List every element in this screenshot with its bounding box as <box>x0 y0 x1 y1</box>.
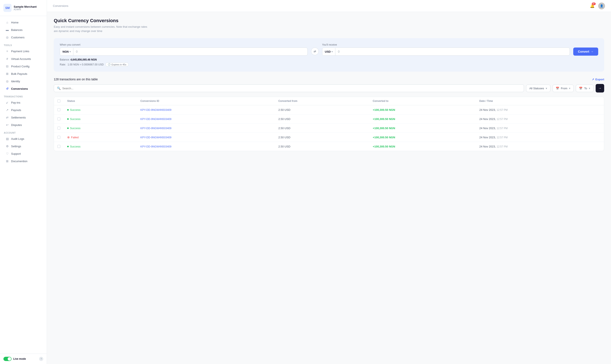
sidebar-item-virtual-accounts-label: Virtual Accounts <box>11 57 31 61</box>
sidebar-footer: Live mode ? <box>0 353 47 364</box>
from-currency-select[interactable]: NGN ▾ <box>60 48 73 55</box>
row-converted-to-4: +100,300.50 NGN <box>369 142 476 151</box>
row-checkbox-1[interactable] <box>57 117 60 120</box>
table-count: 128 transactions are on this table <box>54 78 98 81</box>
row-checkbox-2[interactable] <box>57 127 60 130</box>
sidebar-item-virtual-accounts[interactable]: # Virtual Accounts <box>2 55 45 63</box>
to-date-chevron: ▾ <box>589 87 590 90</box>
filter-go-button[interactable]: → <box>596 84 604 92</box>
sidebar-item-audit-logs[interactable]: ▤ Audit Logs <box>2 135 45 142</box>
conv-id-link-4[interactable]: KPY-DD-9NGW4N503409 <box>140 145 171 148</box>
conversion-card: When you convert NGN ▾ ⇄ You'll receive <box>54 38 604 72</box>
row-datetime-1: 24 Nov 2023,12:57 PM <box>476 115 604 124</box>
sidebar-item-balances[interactable]: ▬ Balances <box>2 26 45 33</box>
export-button[interactable]: ↗ Export <box>592 78 604 81</box>
conv-id-link-0[interactable]: KPY-DD-9NGW4N503409 <box>140 108 171 111</box>
audit-logs-icon: ▤ <box>6 137 9 141</box>
topbar: Conversions 🔔 9+ 👤 <box>47 0 611 12</box>
topbar-actions: 🔔 9+ 👤 <box>589 2 605 9</box>
status-label-0: Success <box>70 108 81 111</box>
row-checkbox-3[interactable] <box>57 136 60 139</box>
sidebar-item-pay-ins-label: Pay-ins <box>11 101 20 104</box>
sidebar-item-customers-label: Customers <box>11 36 25 39</box>
status-filter[interactable]: All Statuses ▾ <box>526 85 550 92</box>
sidebar-item-product-config-label: Product Config <box>11 65 29 68</box>
sidebar-item-conversions[interactable]: ↺ Conversions <box>2 85 45 92</box>
help-icon[interactable]: ? <box>39 357 43 361</box>
status-filter-label: All Statuses <box>529 87 544 90</box>
calendar-from-icon: 📅 <box>556 87 559 90</box>
row-conv-id-1: KPY-DD-9NGW4N503409 <box>137 115 275 124</box>
notification-badge: 9+ <box>592 2 596 5</box>
sidebar-section-tools: TOOLS <box>0 41 47 47</box>
product-config-icon: ⊟ <box>6 65 9 68</box>
status-dot-3: ⊗ Failed <box>67 136 79 139</box>
sidebar-item-identity[interactable]: ◎ Identity <box>2 78 45 85</box>
filters-row: 🔍 All Statuses ▾ 📅 From ▾ 📅 To ▾ → <box>54 84 604 92</box>
to-amount-input[interactable] <box>335 48 570 55</box>
sidebar-item-payment-links[interactable]: ⌗ Payment Links <box>2 48 45 55</box>
from-date-chevron: ▾ <box>569 87 570 90</box>
status-label-3: Failed <box>71 136 79 139</box>
to-currency-select[interactable]: USD ▾ <box>322 48 335 55</box>
success-dot <box>67 128 69 129</box>
col-conv-id: Conversions ID <box>137 97 275 105</box>
status-dot-4: Success <box>67 145 81 148</box>
table-row: Success KPY-DD-9NGW4N503409 2.50 USD +10… <box>54 115 604 124</box>
table-row: Success KPY-DD-9NGW4N503409 2.50 USD +10… <box>54 142 604 151</box>
from-currency-code: NGN <box>63 50 69 53</box>
user-avatar[interactable]: 👤 <box>598 2 605 9</box>
sidebar-item-settlements[interactable]: ⇄ Settlements <box>2 114 45 121</box>
to-currency-code: USD <box>325 50 331 53</box>
transactions-table: Status Conversions ID Converted from Con… <box>54 97 604 151</box>
documentation-icon: ⊞ <box>6 159 9 163</box>
col-converted-to: Converted to <box>369 97 476 105</box>
sidebar-item-disputes[interactable]: ↩ Disputes <box>2 121 45 129</box>
success-dot <box>67 118 69 120</box>
conv-id-link-3[interactable]: KPY-DD-9NGW4N503409 <box>140 136 171 139</box>
sidebar-section-account: ACCOUNT <box>0 129 47 135</box>
row-conv-id-3: KPY-DD-9NGW4N503409 <box>137 133 275 142</box>
row-checkbox-0[interactable] <box>57 108 60 111</box>
sidebar-item-documentation[interactable]: ⊞ Documention <box>2 157 45 165</box>
notification-bell[interactable]: 🔔 9+ <box>589 2 596 9</box>
convert-button[interactable]: Convert → <box>573 48 598 56</box>
swap-button[interactable]: ⇄ <box>311 48 319 55</box>
sidebar-merchant-name: Sample Merchant <box>14 5 37 8</box>
sidebar-item-product-config[interactable]: ⊟ Product Config <box>2 63 45 70</box>
page-content-area: Quick Currency Conversions Easy and inst… <box>47 12 611 364</box>
sidebar-item-support[interactable]: ♡ Support <box>2 150 45 157</box>
topbar-title: Conversions <box>53 4 68 7</box>
sidebar-item-settings[interactable]: ⚙ Settings <box>2 143 45 150</box>
row-datetime-4: 24 Nov 2023,12:57 PM <box>476 142 604 151</box>
page-subtitle: Easy and instant conversions between cur… <box>54 25 604 33</box>
conv-id-link-2[interactable]: KPY-DD-9NGW4N503409 <box>140 127 171 130</box>
sidebar-item-customers[interactable]: ◎ Customers <box>2 34 45 41</box>
table-header-row: Status Conversions ID Converted from Con… <box>54 97 604 105</box>
sidebar: SM Sample Merchant ADMIN ⌂ Home ▬ Balanc… <box>0 0 47 364</box>
row-status-0: Success <box>64 105 137 115</box>
live-mode-toggle[interactable] <box>3 357 12 361</box>
row-checkbox-4[interactable] <box>57 145 60 148</box>
table-toolbar: 128 transactions are on this table ↗ Exp… <box>54 78 604 81</box>
sidebar-item-payouts[interactable]: ↗ Payouts <box>2 106 45 114</box>
select-all-checkbox[interactable] <box>57 100 60 103</box>
sidebar-item-home[interactable]: ⌂ Home <box>2 19 45 26</box>
sidebar-item-payment-links-label: Payment Links <box>11 50 29 53</box>
row-datetime-2: 24 Nov 2023,12:57 PM <box>476 124 604 133</box>
balance-row: Balance: 4,645,856,065.46 NGN <box>60 58 598 61</box>
conv-id-link-1[interactable]: KPY-DD-9NGW4N503409 <box>140 118 171 121</box>
rate-value: 1.00 NGN = 0.0006667.00 USD <box>68 63 104 66</box>
row-status-2: Success <box>64 124 137 133</box>
search-input[interactable] <box>62 87 521 90</box>
sidebar-item-bulk-payouts-label: Bulk Payouts <box>11 72 27 76</box>
expires-label: Expires in 45s <box>112 63 126 66</box>
sidebar-item-bulk-payouts[interactable]: ⊞ Bulk Payouts <box>2 70 45 77</box>
to-date-filter[interactable]: 📅 To ▾ <box>576 85 594 92</box>
expires-badge: 🕐 Expires in 45s <box>105 63 129 66</box>
status-label-1: Success <box>70 117 81 121</box>
col-date-time: Date / Time <box>476 97 604 105</box>
sidebar-item-pay-ins[interactable]: ↙ Pay-ins <box>2 99 45 106</box>
from-amount-input[interactable] <box>73 48 307 55</box>
from-date-filter[interactable]: 📅 From ▾ <box>553 85 574 92</box>
